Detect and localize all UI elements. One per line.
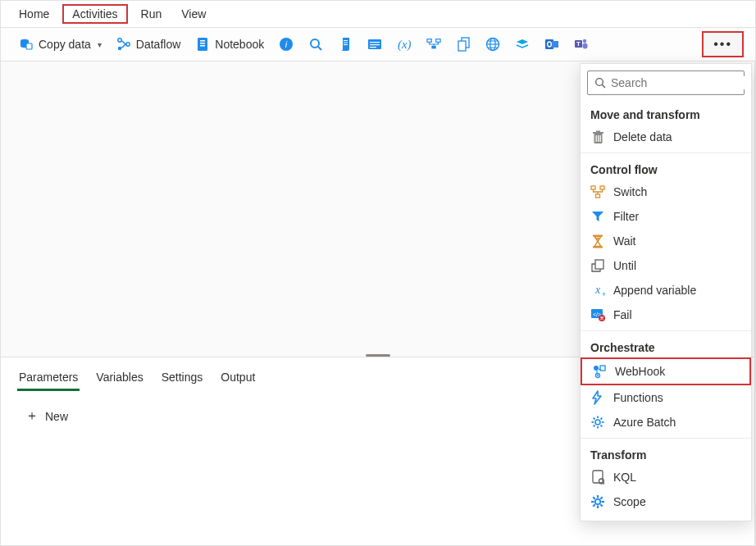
- teams-icon: T: [574, 37, 589, 52]
- search-icon: [308, 37, 323, 52]
- functions-icon: [590, 390, 605, 405]
- copy-data-button[interactable]: Copy data ▾: [12, 34, 108, 55]
- more-activities-button[interactable]: •••: [702, 31, 744, 57]
- svg-rect-22: [432, 46, 436, 49]
- menu-switch[interactable]: Switch: [581, 180, 751, 204]
- dataflow-button[interactable]: Dataflow: [110, 34, 187, 55]
- new-label: New: [45, 410, 68, 423]
- menu-label: Until: [613, 259, 636, 272]
- svg-rect-36: [583, 43, 588, 49]
- svg-rect-67: [593, 471, 603, 483]
- menu-label: Wait: [613, 234, 635, 248]
- svg-line-64: [601, 425, 603, 427]
- svg-rect-21: [436, 39, 440, 43]
- menu-azure-batch[interactable]: Azure Batch: [581, 410, 751, 435]
- until-icon: [590, 258, 605, 273]
- copy-data-icon: [19, 37, 34, 52]
- script-icon: [338, 37, 353, 52]
- sql-icon: [367, 37, 382, 52]
- top-tabs: Home Activities Run View: [1, 1, 755, 27]
- menu-webhook[interactable]: WebHook: [581, 357, 751, 385]
- svg-line-69: [603, 483, 605, 485]
- svg-point-37: [596, 79, 603, 86]
- svg-rect-45: [591, 186, 595, 189]
- menu-filter[interactable]: Filter: [581, 204, 751, 229]
- activities-search[interactable]: [587, 71, 745, 95]
- menu-wait[interactable]: Wait: [581, 229, 751, 253]
- office-button[interactable]: [538, 34, 566, 55]
- info-icon: i: [279, 37, 294, 52]
- section-control: Control flow: [581, 157, 751, 180]
- svg-rect-20: [427, 39, 431, 43]
- svg-rect-17: [370, 42, 380, 43]
- menu-until[interactable]: Until: [581, 253, 751, 278]
- svg-rect-5: [198, 38, 207, 51]
- webhook-icon: [592, 364, 607, 379]
- tab-run[interactable]: Run: [131, 4, 172, 24]
- svg-line-65: [594, 425, 595, 427]
- menu-functions[interactable]: Functions: [581, 385, 751, 410]
- databricks-button[interactable]: [508, 34, 536, 55]
- svg-rect-41: [596, 130, 600, 132]
- menu-label: Append variable: [613, 284, 696, 297]
- pipeline-button[interactable]: [420, 34, 448, 55]
- svg-rect-19: [370, 47, 376, 48]
- svg-line-66: [601, 418, 603, 420]
- script-button[interactable]: [331, 34, 359, 55]
- search-input[interactable]: [611, 76, 752, 89]
- svg-line-76: [600, 504, 602, 506]
- menu-scope[interactable]: Scope: [581, 489, 751, 514]
- svg-rect-6: [200, 40, 205, 42]
- svg-point-3: [118, 47, 121, 50]
- chevron-down-icon: ▾: [98, 40, 102, 49]
- svg-rect-8: [200, 45, 205, 47]
- foreach-button[interactable]: [449, 34, 477, 55]
- tab-settings[interactable]: Settings: [160, 366, 205, 391]
- tab-activities[interactable]: Activities: [62, 4, 127, 24]
- svg-point-2: [118, 39, 121, 42]
- menu-fail[interactable]: </> Fail: [581, 303, 751, 327]
- svg-rect-50: [595, 260, 603, 269]
- menu-label: Filter: [613, 210, 639, 223]
- menu-label: Scope: [613, 495, 646, 508]
- menu-label: Delete data: [613, 130, 672, 143]
- menu-label: WebHook: [615, 365, 665, 378]
- svg-rect-15: [344, 44, 348, 45]
- menu-append-variable[interactable]: x+ Append variable: [581, 278, 751, 303]
- tab-parameters[interactable]: Parameters: [17, 366, 80, 391]
- svg-rect-7: [200, 43, 205, 44]
- svg-rect-18: [370, 44, 380, 45]
- notebook-icon: [195, 37, 210, 52]
- tab-variables[interactable]: Variables: [94, 366, 144, 391]
- foreach-icon: [456, 37, 471, 52]
- teams-button[interactable]: T: [567, 34, 595, 55]
- svg-point-11: [311, 39, 319, 48]
- menu-label: KQL: [613, 471, 636, 484]
- tab-home[interactable]: Home: [9, 4, 59, 24]
- web-button[interactable]: [479, 34, 507, 55]
- dataflow-icon: [116, 37, 131, 52]
- tab-output[interactable]: Output: [219, 366, 257, 391]
- menu-kql[interactable]: KQL: [581, 465, 751, 489]
- append-var-icon: x+: [590, 283, 605, 298]
- section-orchestrate: Orchestrate: [581, 334, 751, 357]
- globe-icon: [485, 37, 500, 52]
- svg-line-38: [602, 84, 605, 88]
- stored-proc-button[interactable]: [361, 34, 389, 55]
- lookup-button[interactable]: [302, 34, 330, 55]
- kql-icon: [590, 470, 605, 485]
- menu-delete-data[interactable]: Delete data: [581, 125, 751, 149]
- tab-view[interactable]: View: [171, 4, 216, 24]
- svg-rect-46: [600, 186, 604, 189]
- info-button[interactable]: i: [272, 34, 300, 55]
- menu-label: Azure Batch: [613, 416, 676, 429]
- svg-text:T: T: [576, 40, 581, 48]
- copy-data-label: Copy data: [39, 38, 91, 51]
- scope-icon: [590, 494, 605, 509]
- notebook-button[interactable]: Notebook: [189, 34, 271, 55]
- svg-rect-1: [26, 43, 32, 49]
- variable-button[interactable]: (x): [390, 34, 418, 55]
- svg-point-35: [583, 39, 586, 43]
- svg-rect-47: [596, 194, 600, 198]
- svg-point-4: [126, 43, 130, 46]
